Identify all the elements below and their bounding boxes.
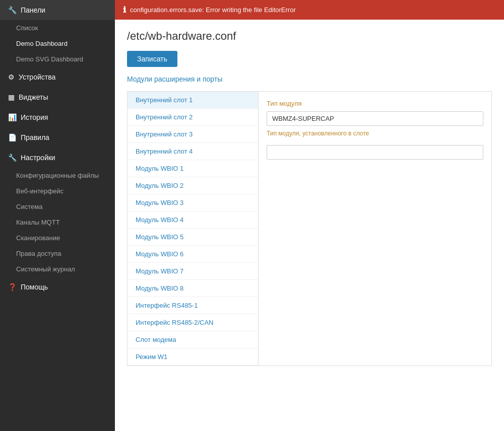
history-icon: 📊	[8, 113, 17, 121]
sidebar-rules-label: Правила	[21, 133, 49, 141]
slot-item-rs485-1[interactable]: Интерфейс RS485-1	[128, 297, 258, 314]
slot-item-w1[interactable]: Режим W1	[128, 348, 258, 366]
slot-item-slot4[interactable]: Внутренний слот 4	[128, 143, 258, 160]
help-icon: ❓	[8, 283, 17, 291]
slot-item-wbio3[interactable]: Модуль WBIO 3	[128, 194, 258, 211]
sidebar-devices-header[interactable]: ⚙ Устройства	[0, 67, 115, 87]
slot-item-wbio6[interactable]: Модуль WBIO 6	[128, 246, 258, 263]
page-title: /etc/wb-hardware.conf	[127, 30, 492, 43]
section-label-suffix: и порты	[197, 75, 222, 83]
section-label-prefix: Модули расширения	[127, 75, 195, 83]
rules-icon: 📄	[8, 133, 17, 141]
sidebar-item-demo-svg[interactable]: Demo SVG Dashboard	[0, 51, 115, 67]
sidebar-item-syslog[interactable]: Системный журнал	[0, 261, 115, 277]
main-area: ℹ configuration.errors.save: Error writi…	[115, 0, 504, 431]
sidebar-settings-label: Настройки	[21, 154, 55, 162]
sidebar-history-header[interactable]: 📊 История	[0, 107, 115, 127]
sidebar-devices-label: Устройства	[19, 73, 55, 81]
sidebar-rules-header[interactable]: 📄 Правила	[0, 127, 115, 148]
error-icon: ℹ	[123, 5, 126, 15]
sidebar-item-demo-dashboard[interactable]: Demo Dashboard	[0, 36, 115, 51]
panels-icon: 🔧	[8, 6, 17, 14]
sidebar-panels-label: Панели	[21, 6, 45, 14]
slot-item-slot2[interactable]: Внутренний слот 2	[128, 109, 258, 126]
sidebar: 🔧 Панели Список Demo Dashboard Demo SVG …	[0, 0, 115, 431]
sidebar-widgets-label: Виджеты	[19, 93, 48, 101]
error-message: configuration.errors.save: Error writing…	[130, 6, 296, 14]
sidebar-item-system[interactable]: Система	[0, 199, 115, 214]
slot-item-slot3[interactable]: Внутренний слот 3	[128, 126, 258, 143]
sidebar-item-scan[interactable]: Сканирование	[0, 230, 115, 246]
error-banner: ℹ configuration.errors.save: Error writi…	[115, 0, 504, 20]
slot-item-wbio7[interactable]: Модуль WBIO 7	[128, 263, 258, 280]
slot-list: Внутренний слот 1Внутренний слот 2Внутре…	[128, 92, 259, 366]
detail-hint: Тип модуля, установленного в слоте	[267, 130, 483, 137]
config-layout: Внутренний слот 1Внутренний слот 2Внутре…	[127, 91, 492, 366]
slot-detail: Тип модуля Тип модуля, установленного в …	[259, 92, 491, 366]
sidebar-item-list[interactable]: Список	[0, 20, 115, 36]
slot-item-wbio2[interactable]: Модуль WBIO 2	[128, 177, 258, 194]
slot-item-wbio1[interactable]: Модуль WBIO 1	[128, 160, 258, 177]
sidebar-widgets-header[interactable]: ▦ Виджеты	[0, 87, 115, 107]
content-area: /etc/wb-hardware.conf Записать Модули ра…	[115, 20, 504, 431]
widgets-icon: ▦	[8, 93, 15, 101]
slot-item-slot1[interactable]: Внутренний слот 1	[128, 92, 258, 109]
sidebar-item-web-interface[interactable]: Веб-интерфейс	[0, 183, 115, 199]
sidebar-item-access[interactable]: Права доступа	[0, 246, 115, 261]
save-button[interactable]: Записать	[127, 51, 177, 67]
section-title: Модули расширения и порты	[127, 75, 492, 85]
sidebar-item-mqtt[interactable]: Каналы MQTT	[0, 214, 115, 230]
settings-icon: 🔧	[8, 154, 17, 162]
slot-item-wbio8[interactable]: Модуль WBIO 8	[128, 280, 258, 297]
sidebar-panels-header[interactable]: 🔧 Панели	[0, 0, 115, 20]
sidebar-settings-header[interactable]: 🔧 Настройки	[0, 148, 115, 168]
detail-extra-input[interactable]	[267, 145, 483, 160]
sidebar-history-label: История	[21, 113, 48, 121]
sidebar-help-label: Помощь	[21, 283, 48, 291]
devices-icon: ⚙	[8, 73, 15, 81]
slot-item-rs485-2[interactable]: Интерфейс RS485-2/CAN	[128, 314, 258, 331]
detail-type-label: Тип модуля	[267, 100, 483, 107]
sidebar-help-header[interactable]: ❓ Помощь	[0, 277, 115, 297]
detail-type-input[interactable]	[267, 111, 483, 126]
slot-item-wbio4[interactable]: Модуль WBIO 4	[128, 211, 258, 229]
slot-item-modem[interactable]: Слот модема	[128, 331, 258, 348]
sidebar-item-config-files[interactable]: Конфигурационные файлы	[0, 168, 115, 183]
slot-item-wbio5[interactable]: Модуль WBIO 5	[128, 229, 258, 246]
